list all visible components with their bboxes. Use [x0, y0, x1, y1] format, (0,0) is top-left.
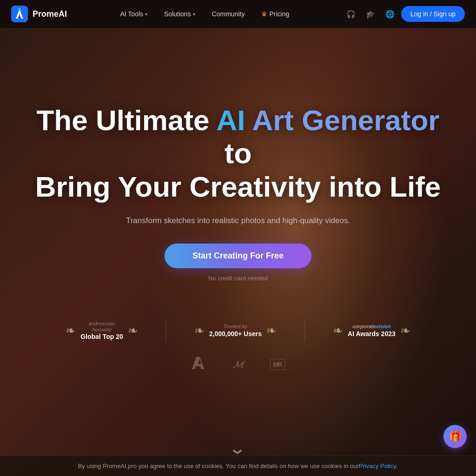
award-main-users: 2,000,000+ Users — [209, 330, 262, 337]
chevron-down-icon: ▾ — [193, 12, 195, 17]
award-item-users: ❧ Trusted by 2,000,000+ Users ❧ — [194, 324, 277, 337]
cookie-banner: By using PromeAI.pro you agree to the us… — [0, 456, 476, 476]
award-main-cv: AI Awards 2023 — [348, 330, 396, 337]
privacy-policy-link[interactable]: Privacy Policy — [359, 463, 397, 469]
laurel-right-icon: ❧ — [400, 324, 410, 337]
logo[interactable]: PromeAI — [11, 6, 67, 22]
award-divider-1 — [166, 319, 166, 342]
hero-title: The Ultimate AI Art Generator to Bring Y… — [29, 104, 447, 203]
globe-icon: 🌐 — [385, 10, 395, 19]
nav-pricing[interactable]: ♛ Pricing — [254, 7, 297, 21]
laurel-right-icon: ❧ — [128, 324, 138, 337]
graduation-icon: 🎓 — [366, 10, 375, 19]
laurel-left-icon: ❧ — [194, 324, 205, 337]
login-button[interactable]: Log in / Sign up — [401, 6, 465, 22]
award-item-cv: ❧ corporatevision AI Awards 2023 ❧ — [333, 324, 410, 337]
scroll-chevron-icon: ❯ — [234, 448, 242, 455]
partner-mk: MK — [270, 359, 285, 370]
hero-subtitle: Transform sketches into realistic photos… — [126, 214, 350, 227]
navbar: PromeAI AI Tools ▾ Solutions ▾ Community… — [0, 0, 476, 28]
language-icon-button[interactable]: 🌐 — [382, 6, 398, 22]
hero-ai-word: AI — [216, 104, 245, 136]
cta-button[interactable]: Start Creating For Free — [165, 244, 311, 268]
nav-links: AI Tools ▾ Solutions ▾ Community ♛ Prici… — [113, 7, 297, 21]
hero-section: The Ultimate AI Art Generator to Bring Y… — [0, 0, 476, 476]
nav-icon-group: 🎧 🎓 🌐 Log in / Sign up — [343, 6, 465, 22]
laurel-left-icon: ❧ — [333, 324, 343, 337]
award-divider-2 — [304, 319, 305, 342]
award-logo-cv: corporatevision — [348, 324, 396, 330]
education-icon-button[interactable]: 🎓 — [362, 6, 379, 22]
hero-content: The Ultimate AI Art Generator to Bring Y… — [10, 104, 466, 310]
partners-strip: 𝓜 MK — [191, 356, 285, 373]
awards-section: ❧ andreessenhorowitz Global Top 20 ❧ ❧ T… — [66, 319, 410, 342]
partner-m: 𝓜 — [233, 359, 242, 370]
chevron-down-icon: ▾ — [145, 12, 147, 17]
laurel-right-icon: ❧ — [266, 324, 277, 337]
headset-icon: 🎧 — [346, 10, 356, 19]
hero-artgen-word: Art Generator — [245, 104, 439, 136]
nav-ai-tools[interactable]: AI Tools ▾ — [113, 7, 155, 21]
award-trusted-label: Trusted by — [209, 324, 262, 330]
svg-point-2 — [18, 8, 21, 11]
partner-adobe — [191, 356, 205, 373]
laurel-left-icon: ❧ — [66, 324, 76, 337]
nav-community[interactable]: Community — [205, 7, 252, 21]
award-main-ah: Global Top 20 — [80, 333, 123, 340]
cookie-text: By using PromeAI.pro you agree to the us… — [78, 463, 359, 469]
no-credit-text: No credit card needed — [208, 275, 268, 282]
floating-gift-button[interactable]: 🎁 — [443, 425, 467, 448]
crown-icon: ♛ — [261, 10, 267, 18]
headset-icon-button[interactable]: 🎧 — [343, 6, 359, 22]
logo-text: PromeAI — [33, 9, 67, 19]
award-logo-ah: andreessenhorowitz — [80, 321, 123, 333]
award-item-ah: ❧ andreessenhorowitz Global Top 20 ❧ — [66, 321, 138, 340]
nav-solutions[interactable]: Solutions ▾ — [157, 7, 203, 21]
